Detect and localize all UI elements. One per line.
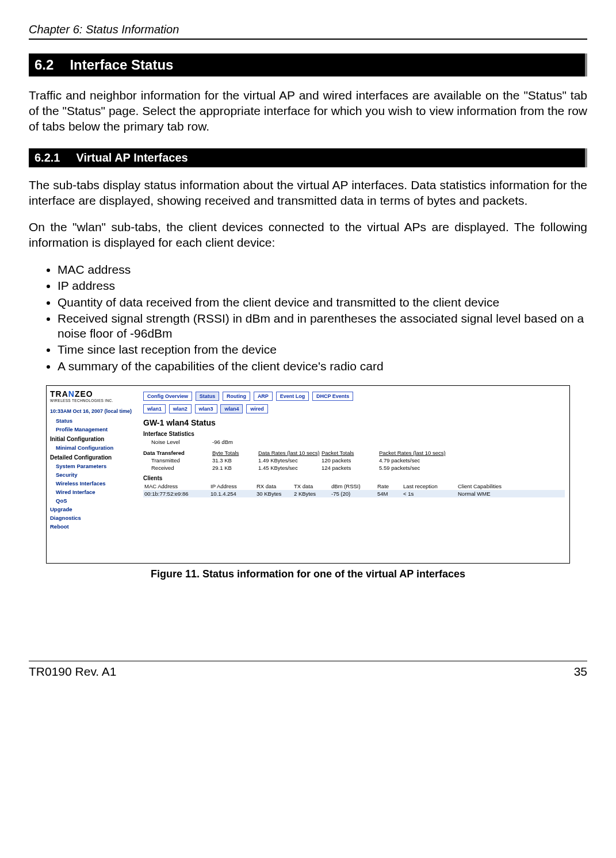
col-rx: RX data bbox=[255, 483, 293, 489]
clients-table: Clients MAC Address IP Address RX data T… bbox=[143, 475, 565, 497]
cell-cap: Normal WME bbox=[457, 491, 526, 497]
list-item: MAC address bbox=[58, 262, 587, 277]
tab-status[interactable]: Status bbox=[196, 392, 220, 401]
chapter-header: Chapter 6: Status Information bbox=[29, 23, 587, 36]
cell-tx: 2 KBytes bbox=[293, 491, 330, 497]
subtab-wlan2[interactable]: wlan2 bbox=[169, 404, 192, 413]
cell-ip: 10.1.4.254 bbox=[209, 491, 255, 497]
tab-routing[interactable]: Routing bbox=[223, 392, 250, 401]
rx-packet-rate: 5.59 packets/sec bbox=[379, 464, 454, 472]
sidebar-link-reboot[interactable]: Reboot bbox=[50, 523, 136, 530]
subtab-wlan3[interactable]: wlan3 bbox=[195, 404, 217, 413]
subtab-wlan4[interactable]: wlan4 bbox=[220, 404, 243, 413]
figure-caption: Figure 11. Status information for one of… bbox=[29, 568, 587, 580]
data-transferred-label: Data Transfered bbox=[143, 449, 212, 457]
paragraph-2: On the "wlan" sub-tabs, the client devic… bbox=[29, 220, 587, 251]
bullet-list: MAC address IP address Quantity of data … bbox=[29, 262, 587, 374]
rx-data-rate: 1.45 KBytes/sec bbox=[258, 464, 322, 472]
sidebar-heading-initial: Initial Configuration bbox=[50, 436, 136, 442]
col-ip: IP Address bbox=[209, 483, 255, 489]
col-mac: MAC Address bbox=[143, 483, 209, 489]
intro-paragraph: Traffic and neighbor information for the… bbox=[29, 88, 587, 135]
footer-left: TR0190 Rev. A1 bbox=[29, 665, 117, 679]
cell-dbm: -75 (20) bbox=[330, 491, 376, 497]
logo-text-pre: TRA bbox=[50, 389, 68, 399]
main-tab-row: Config Overview Status Routing ARP Event… bbox=[143, 392, 565, 401]
cell-rx: 30 KBytes bbox=[255, 491, 293, 497]
clients-heading: Clients bbox=[143, 475, 565, 481]
screenshot-sidebar: TRANZEO WIRELESS TECHNOLOGIES INC. 10:33… bbox=[47, 386, 139, 563]
stats-heading: Interface Statistics bbox=[143, 431, 565, 437]
tab-arp[interactable]: ARP bbox=[254, 392, 273, 401]
sidebar-link-wired[interactable]: Wired Interface bbox=[56, 489, 136, 495]
screenshot-page-title: GW-1 wlan4 Status bbox=[143, 418, 565, 427]
noise-label: Noise Level bbox=[143, 438, 212, 446]
rx-label: Received bbox=[143, 464, 212, 472]
list-item: Received signal strength (RSSI) in dBm a… bbox=[58, 311, 587, 342]
tab-config-overview[interactable]: Config Overview bbox=[143, 392, 192, 401]
clients-header-row: MAC Address IP Address RX data TX data d… bbox=[143, 482, 565, 490]
tx-label: Transmitted bbox=[143, 457, 212, 464]
tab-dhcp[interactable]: DHCP Events bbox=[312, 392, 353, 401]
sidebar-link-security[interactable]: Security bbox=[56, 472, 136, 478]
col-cap: Client Capabilities bbox=[457, 483, 526, 489]
sidebar-link-status[interactable]: Status bbox=[56, 417, 136, 424]
clients-data-row: 00:1b:77:52:e9:86 10.1.4.254 30 KBytes 2… bbox=[143, 490, 565, 497]
col-packet-totals: Packet Totals bbox=[322, 449, 379, 457]
list-item: Time since last reception from the devic… bbox=[58, 342, 587, 357]
cell-last: < 1s bbox=[402, 491, 457, 497]
list-item: IP address bbox=[58, 278, 587, 293]
sub-tab-row: wlan1 wlan2 wlan3 wlan4 wired bbox=[143, 404, 565, 413]
subsection-number: 6.2.1 bbox=[35, 151, 60, 164]
sidebar-link-profile[interactable]: Profile Management bbox=[56, 426, 136, 432]
col-tx: TX data bbox=[293, 483, 330, 489]
tx-packet-total: 120 packets bbox=[322, 457, 379, 464]
paragraph-1: The sub-tabs display status information … bbox=[29, 178, 587, 209]
logo-subtitle: WIRELESS TECHNOLOGIES INC. bbox=[50, 399, 136, 403]
col-dbm: dBm (RSSI) bbox=[330, 483, 376, 489]
tx-data-rate: 1.49 KBytes/sec bbox=[258, 457, 322, 464]
sidebar-link-diagnostics[interactable]: Diagnostics bbox=[50, 515, 136, 521]
page-footer: TR0190 Rev. A1 35 bbox=[29, 661, 587, 679]
subsection-heading: 6.2.1Virtual AP Interfaces bbox=[29, 148, 587, 167]
sidebar-link-qos[interactable]: QoS bbox=[56, 497, 136, 504]
header-rule bbox=[29, 39, 587, 40]
col-data-rates: Data Rates (last 10 secs) bbox=[258, 449, 322, 457]
logo-text-post: ZEO bbox=[75, 389, 93, 399]
sidebar-time: 10:33AM Oct 16, 2007 (local time) bbox=[50, 408, 136, 414]
sidebar-link-upgrade[interactable]: Upgrade bbox=[50, 506, 136, 512]
list-item: A summary of the capabilities of the cli… bbox=[58, 359, 587, 374]
subsection-title: Virtual AP Interfaces bbox=[76, 151, 188, 164]
interface-statistics: Interface Statistics Noise Level -96 dBm… bbox=[143, 431, 565, 472]
col-rate: Rate bbox=[376, 483, 402, 489]
section-title: Interface Status bbox=[70, 57, 173, 72]
sidebar-link-minimal[interactable]: Minimal Configuration bbox=[56, 445, 136, 451]
footer-right: 35 bbox=[574, 665, 587, 679]
col-packet-rates: Packet Rates (last 10 secs) bbox=[379, 449, 454, 457]
screenshot-main: Config Overview Status Routing ARP Event… bbox=[139, 386, 569, 563]
tx-bytes: 31.3 KB bbox=[212, 457, 258, 464]
section-heading: 6.2Interface Status bbox=[29, 53, 587, 76]
col-last: Last reception bbox=[402, 483, 457, 489]
logo: TRANZEO WIRELESS TECHNOLOGIES INC. bbox=[50, 389, 136, 403]
tx-packet-rate: 4.79 packets/sec bbox=[379, 457, 454, 464]
sidebar-heading-detailed: Detailed Configuration bbox=[50, 454, 136, 461]
logo-text-mid: N bbox=[68, 389, 75, 399]
sidebar-link-wireless[interactable]: Wireless Interfaces bbox=[56, 480, 136, 487]
embedded-screenshot: TRANZEO WIRELESS TECHNOLOGIES INC. 10:33… bbox=[46, 385, 570, 564]
subtab-wlan1[interactable]: wlan1 bbox=[143, 404, 166, 413]
section-number: 6.2 bbox=[35, 57, 53, 72]
cell-rate: 54M bbox=[376, 491, 402, 497]
subtab-wired[interactable]: wired bbox=[246, 404, 268, 413]
tab-eventlog[interactable]: Event Log bbox=[276, 392, 309, 401]
sidebar-link-sysparams[interactable]: System Parameters bbox=[56, 463, 136, 469]
list-item: Quantity of data received from the clien… bbox=[58, 295, 587, 310]
rx-bytes: 29.1 KB bbox=[212, 464, 258, 472]
noise-value: -96 dBm bbox=[212, 438, 233, 446]
cell-mac: 00:1b:77:52:e9:86 bbox=[143, 491, 209, 497]
rx-packet-total: 124 packets bbox=[322, 464, 379, 472]
col-byte-totals: Byte Totals bbox=[212, 449, 258, 457]
